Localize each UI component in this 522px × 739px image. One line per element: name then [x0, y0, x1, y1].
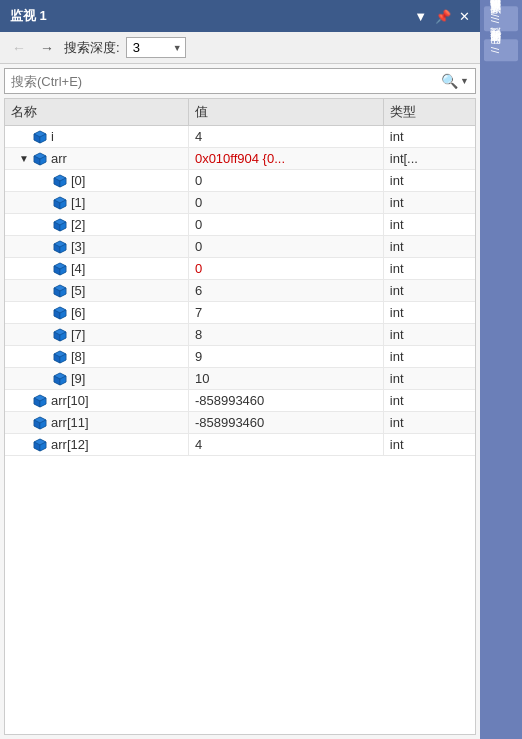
cell-name: [4]: [5, 258, 188, 280]
cell-name: [8]: [5, 346, 188, 368]
collapse-icon[interactable]: ▼: [19, 153, 29, 164]
cell-name: i: [5, 126, 188, 148]
cell-name: [3]: [5, 236, 188, 258]
cell-value: 4: [188, 126, 383, 148]
depth-label: 搜索深度:: [64, 39, 120, 57]
cell-name: [5]: [5, 280, 188, 302]
variable-name: arr[11]: [51, 415, 89, 430]
dropdown-icon[interactable]: ▼: [414, 9, 427, 24]
depth-selector[interactable]: 1 2 3 4 5: [126, 37, 186, 58]
variable-name: [2]: [71, 217, 85, 232]
cell-type: int: [383, 192, 475, 214]
cell-type: int: [383, 236, 475, 258]
table-row[interactable]: arr[10]-858993460int: [5, 390, 475, 412]
table-row[interactable]: [8]9int: [5, 346, 475, 368]
cell-value: 0: [188, 258, 383, 280]
search-icon: 🔍: [441, 73, 458, 89]
variable-icon: [53, 284, 67, 298]
watch-table: 名称 值 类型 i4int▼ arr0x010ff904 {0...int[..…: [4, 98, 476, 735]
table-header-row: 名称 值 类型: [5, 99, 475, 126]
table-row[interactable]: [9]10int: [5, 368, 475, 390]
cell-type: int: [383, 126, 475, 148]
table-row[interactable]: [1]0int: [5, 192, 475, 214]
cell-value: 8: [188, 324, 383, 346]
variable-icon: [33, 394, 47, 408]
forward-button[interactable]: →: [36, 38, 58, 58]
variable-icon: [53, 306, 67, 320]
cell-value: 0x010ff904 {0...: [188, 148, 383, 170]
variable-name: arr[12]: [51, 437, 89, 452]
tab-team-resource[interactable]: 团队/资源管理器/属性: [484, 39, 518, 61]
table-row[interactable]: [7]8int: [5, 324, 475, 346]
cell-value: 7: [188, 302, 383, 324]
depth-dropdown[interactable]: 1 2 3 4 5: [126, 37, 186, 58]
variable-icon: [53, 350, 67, 364]
table-row[interactable]: ▼ arr0x010ff904 {0...int[...: [5, 148, 475, 170]
variable-name: [0]: [71, 173, 85, 188]
variable-name: arr: [51, 151, 67, 166]
pin-icon[interactable]: 📌: [435, 9, 451, 24]
variable-icon: [53, 218, 67, 232]
variable-name: [4]: [71, 261, 85, 276]
variable-icon: [33, 438, 47, 452]
search-input[interactable]: [11, 74, 437, 89]
table-row[interactable]: arr[12]4int: [5, 434, 475, 456]
cell-value: 10: [188, 368, 383, 390]
header-value: 值: [188, 99, 383, 126]
cell-value: 0: [188, 192, 383, 214]
cell-value: 9: [188, 346, 383, 368]
tab-debug-watch[interactable]: 断点调试/监视/局部变量/自动窗口: [484, 6, 518, 31]
table-row[interactable]: [2]0int: [5, 214, 475, 236]
close-icon[interactable]: ✕: [459, 9, 470, 24]
search-bar: 🔍 ▼: [4, 68, 476, 94]
cell-value: -858993460: [188, 412, 383, 434]
table-row[interactable]: [4]0int: [5, 258, 475, 280]
variable-icon: [33, 416, 47, 430]
toolbar: ← → 搜索深度: 1 2 3 4 5: [0, 32, 480, 64]
variable-icon: [53, 196, 67, 210]
table-row[interactable]: arr[11]-858993460int: [5, 412, 475, 434]
table-row[interactable]: [5]6int: [5, 280, 475, 302]
variable-name: [9]: [71, 371, 85, 386]
variable-icon: [53, 328, 67, 342]
cell-name: [9]: [5, 368, 188, 390]
variable-name: [1]: [71, 195, 85, 210]
cell-type: int: [383, 390, 475, 412]
cell-type: int: [383, 434, 475, 456]
variable-name: [8]: [71, 349, 85, 364]
cell-type: int: [383, 412, 475, 434]
variable-name: arr[10]: [51, 393, 89, 408]
watch-data-table: 名称 值 类型 i4int▼ arr0x010ff904 {0...int[..…: [5, 99, 475, 456]
cell-type: int: [383, 258, 475, 280]
right-panel: 断点调试/监视/局部变量/自动窗口 团队/资源管理器/属性: [480, 0, 522, 739]
variable-icon: [33, 152, 47, 166]
cell-name: [7]: [5, 324, 188, 346]
title-bar: 监视 1 ▼ 📌 ✕: [0, 0, 480, 32]
table-row[interactable]: [6]7int: [5, 302, 475, 324]
variable-name: i: [51, 129, 54, 144]
cell-value: 4: [188, 434, 383, 456]
variable-name: [7]: [71, 327, 85, 342]
variable-icon: [53, 262, 67, 276]
cell-name: [1]: [5, 192, 188, 214]
table-row[interactable]: i4int: [5, 126, 475, 148]
cell-name: [2]: [5, 214, 188, 236]
variable-icon: [53, 240, 67, 254]
cell-type: int: [383, 368, 475, 390]
cell-value: 0: [188, 170, 383, 192]
cell-value: -858993460: [188, 390, 383, 412]
cell-name: arr[12]: [5, 434, 188, 456]
cell-value: 0: [188, 214, 383, 236]
back-button[interactable]: ←: [8, 38, 30, 58]
title-icons: ▼ 📌 ✕: [414, 9, 470, 24]
header-type: 类型: [383, 99, 475, 126]
table-row[interactable]: [0]0int: [5, 170, 475, 192]
cell-type: int: [383, 170, 475, 192]
cell-name: arr[10]: [5, 390, 188, 412]
cell-type: int: [383, 302, 475, 324]
header-name: 名称: [5, 99, 188, 126]
table-row[interactable]: [3]0int: [5, 236, 475, 258]
cell-name: [0]: [5, 170, 188, 192]
cell-type: int: [383, 346, 475, 368]
search-dropdown-icon[interactable]: ▼: [460, 76, 469, 86]
